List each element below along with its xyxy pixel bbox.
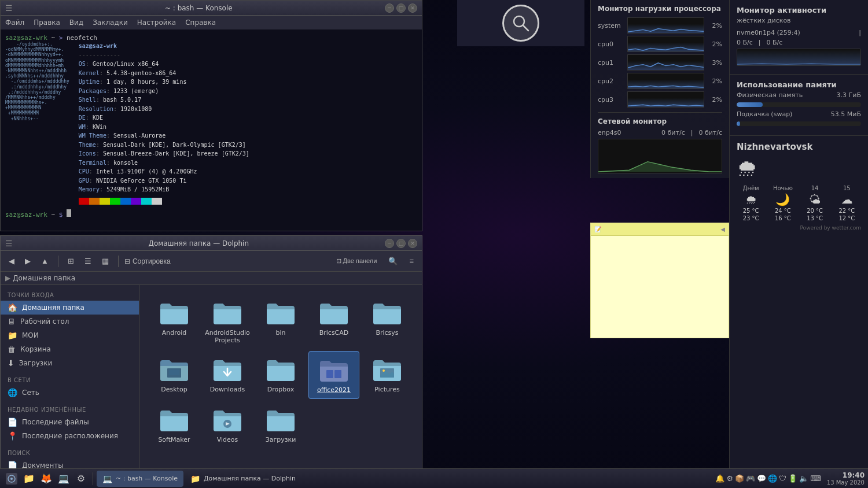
konsole-menu-help[interactable]: Справка (185, 19, 216, 27)
sidebar-section-search: Поиск (1, 448, 139, 459)
two-panels-button[interactable]: ⊡ Две панели (333, 255, 381, 267)
sidebar-item-recent-locations[interactable]: 📍 Последние расположения (1, 429, 139, 443)
file-name-downloads: Downloads (210, 386, 245, 393)
two-panels-icon: ⊡ (336, 257, 341, 264)
network-in-label: 0 бит/с (661, 129, 685, 136)
tray-icon-steam[interactable]: ⚙ (726, 474, 733, 483)
swap-memory-label: Подкачка (swap) (737, 110, 792, 118)
home-icon: 🏠 (8, 303, 17, 312)
weather-day-temp-2: 20 °C (807, 208, 823, 214)
search-icon[interactable] (502, 5, 539, 42)
sidebar-trash-label: Корзина (20, 345, 51, 353)
back-button[interactable]: ◀ (5, 254, 18, 268)
taskbar-clock[interactable]: 19:40 13 May 2020 (827, 471, 865, 486)
tray-icon-bell[interactable]: 🔔 (715, 474, 724, 483)
konsole-menu-settings[interactable]: Настройка (137, 19, 176, 27)
tray-icon-package[interactable]: 📦 (735, 474, 744, 483)
network-monitor-title: Сетевой монитор (598, 117, 722, 125)
dolphin-close-button[interactable]: ✕ (408, 239, 417, 248)
tray-icon-game[interactable]: 🎮 (746, 474, 755, 483)
color-block-4 (120, 198, 131, 205)
konsole-close-button[interactable]: ✕ (408, 3, 417, 13)
tray-icon-keyboard[interactable]: ⌨ (810, 474, 821, 483)
file-item-office2021[interactable]: office2021 (308, 351, 359, 399)
icons-view-button[interactable]: ⊞ (64, 254, 78, 268)
weather-day-icon-1: 🌙 (775, 193, 790, 206)
file-item-downloads[interactable]: Downloads (202, 351, 253, 399)
taskbar-launcher-terminal[interactable]: 💻 (56, 471, 72, 487)
konsole-menu-view[interactable]: Вид (69, 19, 83, 27)
detail-view-button[interactable]: ☰ (81, 254, 95, 268)
cpu2-label: cpu2 (598, 77, 624, 85)
file-item-dropbox[interactable]: Dropbox (255, 351, 306, 399)
sidebar-item-trash[interactable]: 🗑 Корзина (1, 342, 139, 356)
tray-icon-network[interactable]: 🌐 (768, 474, 777, 483)
file-item-bricscad[interactable]: BricsCAD (308, 294, 359, 349)
sidebar-item-recent-files[interactable]: 📄 Последние файлы (1, 415, 139, 429)
swap-memory-bar-used (737, 121, 740, 126)
menu-button[interactable]: ≡ (406, 254, 417, 268)
file-item-android[interactable]: Android (149, 294, 200, 349)
taskbar-launcher-files[interactable]: 📁 (21, 471, 37, 487)
folder-icon-zagruzki (264, 406, 297, 434)
tray-icon-battery[interactable]: 🔋 (788, 474, 797, 483)
weather-day-temp-0: 25 °C (743, 208, 759, 214)
konsole-maximize-button[interactable]: □ (396, 3, 406, 13)
sidebar-item-home[interactable]: 🏠 Домашняя папка (1, 301, 139, 315)
color-block-3 (110, 198, 120, 205)
file-item-androidstudio[interactable]: AndroidStudioProjects (202, 294, 253, 349)
network-separator: | (691, 129, 693, 136)
file-item-zagruzki[interactable]: Загрузки (255, 401, 306, 448)
konsole-minimize-button[interactable]: ─ (385, 3, 394, 13)
sidebar-item-downloads[interactable]: ⬇ Загрузки (1, 356, 139, 370)
konsole-menu-bookmarks[interactable]: Закладки (93, 19, 128, 27)
file-item-desktop[interactable]: Desktop (149, 351, 200, 399)
file-name-office2021: office2021 (317, 386, 351, 394)
tray-icon-chat[interactable]: 💬 (757, 474, 766, 483)
konsole-title: ~ : bash — Konsole (13, 4, 385, 12)
color-block-2 (100, 198, 110, 205)
hamburger-icon[interactable]: ☰ (5, 3, 13, 13)
tray-icon-security[interactable]: 🛡 (779, 474, 786, 483)
konsole-content[interactable]: saz@saz-wrk ~ > neofetch -/oyddmdhs+:. -… (1, 29, 422, 231)
disk-device-row: nvme0n1p4 (259:4) | (737, 29, 861, 36)
sort-button[interactable]: ⊟ Сортировка (124, 257, 171, 265)
file-item-bin[interactable]: bin (255, 294, 306, 349)
taskbar-app-dolphin[interactable]: 📁 Домашняя папка — Dolphin (185, 471, 301, 487)
sidebar-item-desktop[interactable]: 🖥 Рабочий стол (1, 315, 139, 328)
network-icon: 🌐 (8, 388, 17, 397)
column-view-button[interactable]: ▦ (98, 254, 112, 268)
file-item-softmaker[interactable]: SoftMaker (149, 401, 200, 448)
sticky-note-titlebar: 📝 ◀ (591, 223, 729, 236)
weather-day-icon-0: 🌧 (745, 193, 757, 206)
sidebar-item-network[interactable]: 🌐 Сеть (1, 386, 139, 400)
weather-day-icon-3: ☁ (841, 193, 852, 206)
konsole-prompt-2: saz@saz-wrk ~ $ (5, 209, 417, 219)
tray-icon-volume[interactable]: 🔈 (799, 474, 808, 483)
folder-icon-android (158, 299, 190, 327)
konsole-menu-file[interactable]: Файл (5, 19, 24, 27)
dolphin-body: Точки входа 🏠 Домашняя папка 🖥 Рабочий с… (1, 285, 422, 483)
toolbar-separator-2 (118, 256, 119, 267)
sticky-note-content[interactable] (591, 236, 729, 243)
weather-day-2: 14 🌤 20 °C 13 °C (801, 185, 829, 221)
file-item-pictures[interactable]: Pictures (362, 351, 413, 399)
dolphin-minimize-button[interactable]: ─ (385, 239, 394, 248)
konsole-menu-edit[interactable]: Правка (34, 19, 60, 27)
up-button[interactable]: ▲ (38, 254, 52, 268)
cpu1-graph (627, 54, 704, 71)
forward-button[interactable]: ▶ (21, 254, 34, 268)
taskbar-launcher-browser[interactable]: 🦊 (38, 471, 54, 487)
dolphin-maximize-button[interactable]: □ (396, 239, 406, 248)
clock-time: 19:40 (843, 471, 865, 479)
taskbar-launcher-settings[interactable]: ⚙ (73, 471, 89, 487)
file-item-videos[interactable]: Videos (202, 401, 253, 448)
file-item-bricsys[interactable]: Bricsys (362, 294, 413, 349)
breadcrumb-home[interactable]: Домашняя папка (13, 274, 75, 282)
taskbar-app-konsole[interactable]: 💻 ~ : bash — Konsole (97, 471, 183, 487)
search-button[interactable]: 🔍 (385, 254, 401, 268)
sidebar-item-moi[interactable]: 📁 МОИ (1, 328, 139, 342)
dolphin-hamburger-icon[interactable]: ☰ (5, 239, 13, 248)
taskbar-launcher-0[interactable] (3, 471, 20, 487)
cpu1-label: cpu1 (598, 59, 624, 66)
